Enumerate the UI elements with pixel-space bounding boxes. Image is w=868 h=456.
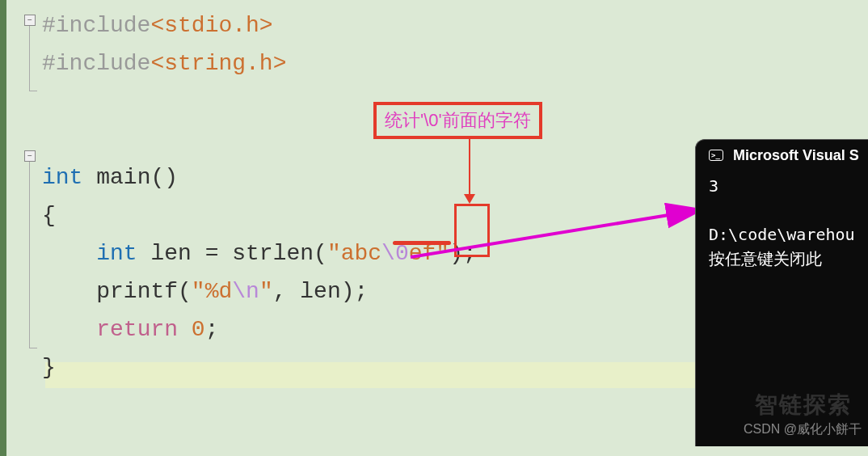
preprocessor: #include (42, 51, 150, 76)
arrow-line (469, 137, 470, 196)
space (178, 317, 192, 342)
fold-toggle-main[interactable]: − (24, 150, 36, 162)
return-keyword: return (96, 317, 178, 342)
main-fn-name: main() (82, 165, 178, 190)
code-text: len = strlen( (137, 241, 327, 266)
fold-line (29, 162, 30, 348)
type-keyword: int (42, 165, 82, 190)
annotation-callout: 统计'\0'前面的字符 (373, 102, 542, 139)
type-keyword: int (96, 241, 137, 266)
underline-abc (393, 241, 451, 245)
preprocessor: #include (42, 13, 150, 38)
arrow-head-icon (464, 194, 475, 204)
indent (42, 279, 96, 304)
semicolon: ; (205, 317, 219, 342)
output-path: D:\code\warehou (709, 225, 855, 244)
watermark-text: 智链探索 (755, 390, 852, 420)
fold-end (29, 91, 37, 91)
fold-line (29, 26, 30, 91)
header-name: <stdio.h> (150, 13, 272, 38)
string-literal: " (259, 279, 273, 304)
output-prompt: 按任意键关闭此 (709, 249, 822, 268)
number-literal: 0 (192, 317, 205, 342)
console-title: Microsoft Visual S (733, 147, 859, 164)
code-block[interactable]: #include<stdio.h> #include<string.h> int… (42, 6, 477, 386)
string-literal: "%d (192, 279, 232, 304)
escape-char: \n (232, 279, 259, 304)
code-text: , len); (273, 279, 369, 304)
csdn-attribution: CSDN @威化小餅干 (744, 421, 862, 438)
fold-toggle-includes[interactable]: − (24, 15, 36, 26)
output-value: 3 (709, 176, 718, 196)
header-name: <string.h> (150, 51, 286, 76)
terminal-icon: >_ (709, 150, 723, 161)
console-titlebar: >_ Microsoft Visual S (696, 140, 868, 171)
fold-end (29, 348, 37, 348)
indent (42, 317, 96, 342)
indent (42, 241, 96, 266)
string-literal: "abc (327, 241, 381, 266)
left-gutter-bar (0, 0, 6, 456)
fold-gutter: − − (6, 0, 39, 456)
brace: { (42, 203, 56, 228)
console-output: 3 D:\code\warehou 按任意键关闭此 (696, 171, 868, 274)
code-text: printf( (96, 279, 192, 304)
console-window[interactable]: >_ Microsoft Visual S 3 D:\code\warehou … (695, 139, 868, 446)
highlight-box-escape (454, 204, 490, 257)
brace: } (42, 355, 56, 380)
